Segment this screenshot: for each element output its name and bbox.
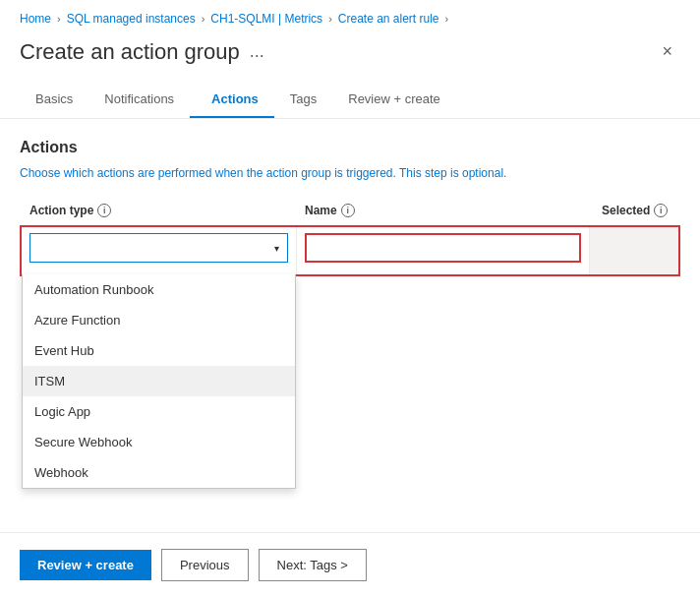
main-content: Actions Choose which actions are perform…: [0, 139, 700, 276]
section-description: Choose which actions are performed when …: [20, 166, 680, 180]
dropdown-item-azure-function[interactable]: Azure Function: [23, 305, 295, 335]
table-body: ▾ Automation Runbook Azure Function Even…: [20, 225, 680, 276]
col-header-selected: Selected i: [592, 196, 680, 225]
tab-actions[interactable]: Actions: [190, 82, 274, 118]
col-header-action-type: Action type i: [20, 196, 295, 225]
action-type-cell: ▾ Automation Runbook Azure Function Even…: [22, 227, 297, 274]
tab-tags[interactable]: Tags: [274, 82, 332, 118]
breadcrumb: Home › SQL managed instances › CH1-SQLMI…: [0, 0, 700, 33]
selected-info-icon[interactable]: i: [654, 204, 668, 217]
dropdown-item-itsm[interactable]: ITSM: [23, 366, 295, 396]
name-info-icon[interactable]: i: [341, 204, 355, 217]
tab-review-create[interactable]: Review + create: [332, 82, 456, 118]
action-type-dropdown-menu: Automation Runbook Azure Function Event …: [22, 274, 296, 489]
breadcrumb-metrics[interactable]: CH1-SQLMI | Metrics: [210, 12, 322, 26]
close-button[interactable]: ×: [654, 37, 680, 66]
name-input[interactable]: [305, 233, 581, 263]
col-header-name: Name i: [295, 196, 592, 225]
previous-button[interactable]: Previous: [161, 549, 249, 581]
name-cell: [297, 227, 590, 274]
dropdown-item-event-hub[interactable]: Event Hub: [23, 335, 295, 366]
section-title: Actions: [20, 139, 680, 156]
action-type-info-icon[interactable]: i: [97, 204, 111, 217]
modal-title: Create an action group: [20, 39, 240, 65]
breadcrumb-alert[interactable]: Create an alert rule: [338, 12, 439, 26]
dropdown-item-webhook[interactable]: Webhook: [23, 457, 295, 488]
dropdown-item-logic-app[interactable]: Logic App: [23, 396, 295, 427]
modal-ellipsis[interactable]: ...: [250, 41, 264, 62]
chevron-down-icon: ▾: [274, 243, 279, 254]
footer: Review + create Previous Next: Tags >: [0, 532, 700, 597]
tab-basics[interactable]: Basics: [20, 82, 88, 118]
breadcrumb-home[interactable]: Home: [20, 12, 51, 26]
modal-header: Create an action group ... ×: [0, 33, 700, 82]
table-header: Action type i Name i Selected i: [20, 196, 680, 225]
tab-notifications[interactable]: Notifications: [88, 82, 190, 118]
review-create-button[interactable]: Review + create: [20, 550, 151, 580]
tab-bar: Basics Notifications Actions Tags Review…: [0, 82, 700, 119]
next-tags-button[interactable]: Next: Tags >: [259, 549, 367, 581]
dropdown-item-secure-webhook[interactable]: Secure Webhook: [23, 427, 295, 457]
breadcrumb-sql[interactable]: SQL managed instances: [67, 12, 196, 26]
selected-cell: [590, 227, 678, 274]
action-type-dropdown[interactable]: ▾: [29, 233, 288, 263]
dropdown-item-automation-runbook[interactable]: Automation Runbook: [23, 274, 295, 305]
